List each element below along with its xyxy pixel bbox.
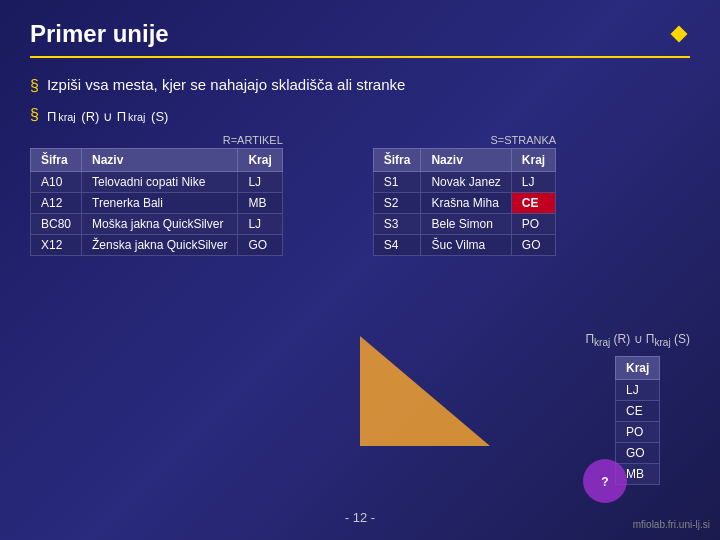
- table-row: S2 Krašna Miha CE: [373, 193, 555, 214]
- bullet-text-1: Izpiši vsa mesta, kjer se nahajajo sklad…: [47, 76, 406, 93]
- r-table: Šifra Naziv Kraj A10 Telovadni copati Ni…: [30, 148, 283, 256]
- bullet-item-1: § Izpiši vsa mesta, kjer se nahajajo skl…: [30, 76, 690, 95]
- table-row: BC80 Moška jakna QuickSilver LJ: [31, 214, 283, 235]
- diamond-icon: [671, 26, 688, 43]
- s-row4-kraj: GO: [511, 235, 555, 256]
- s-row1-kraj: LJ: [511, 172, 555, 193]
- result-sub-1: kraj: [594, 337, 610, 348]
- slide: Primer unije § Izpiši vsa mesta, kjer se…: [0, 0, 720, 540]
- s-row3-naziv: Bele Simon: [421, 214, 511, 235]
- r-row1-naziv: Telovadni copati Nike: [82, 172, 238, 193]
- table-row: CE: [616, 401, 660, 422]
- svg-marker-0: [360, 336, 490, 446]
- r-row4-naziv: Ženska jakna QuickSilver: [82, 235, 238, 256]
- r-header-naziv: Naziv: [82, 149, 238, 172]
- logo-circle-svg: ?: [580, 456, 630, 506]
- table-row: A10 Telovadni copati Nike LJ: [31, 172, 283, 193]
- s-row3-kraj: PO: [511, 214, 555, 235]
- s-row1-naziv: Novak Janez: [421, 172, 511, 193]
- page-number: - 12 -: [345, 510, 375, 525]
- r-row2-sifra: A12: [31, 193, 82, 214]
- r-row3-naziv: Moška jakna QuickSilver: [82, 214, 238, 235]
- table-row: X12 Ženska jakna QuickSilver GO: [31, 235, 283, 256]
- r-row2-kraj: MB: [238, 193, 282, 214]
- table-row: S4 Šuc Vilma GO: [373, 235, 555, 256]
- r-row1-kraj: LJ: [238, 172, 282, 193]
- slide-title: Primer unije: [30, 20, 169, 48]
- table-row: PO: [616, 422, 660, 443]
- result-row1: LJ: [616, 380, 660, 401]
- logo-decoration: ?: [580, 456, 630, 510]
- result-sub-2: kraj: [655, 337, 671, 348]
- bullet-marker-1: §: [30, 77, 39, 95]
- title-bar: Primer unije: [30, 20, 690, 58]
- bullet-formula: Πkraj (R) ∪ Πkraj (S): [47, 109, 169, 124]
- bullet-item-2: § Πkraj (R) ∪ Πkraj (S): [30, 105, 690, 124]
- s-row4-sifra: S4: [373, 235, 421, 256]
- s-label: S=STRANKA: [373, 134, 556, 146]
- r-header-sifra: Šifra: [31, 149, 82, 172]
- main-content: R=ARTIKEL Šifra Naziv Kraj A10 Telovadni…: [30, 134, 690, 256]
- r-row1-sifra: A10: [31, 172, 82, 193]
- table-row: A12 Trenerka Bali MB: [31, 193, 283, 214]
- s-row2-kraj: CE: [511, 193, 555, 214]
- s-row4-naziv: Šuc Vilma: [421, 235, 511, 256]
- s-table: Šifra Naziv Kraj S1 Novak Janez LJ S2 Kr…: [373, 148, 556, 256]
- bullet-marker-2: §: [30, 106, 39, 124]
- table-row: LJ: [616, 380, 660, 401]
- s-row2-sifra: S2: [373, 193, 421, 214]
- s-row2-naziv: Krašna Miha: [421, 193, 511, 214]
- r-row3-sifra: BC80: [31, 214, 82, 235]
- table-row: S3 Bele Simon PO: [373, 214, 555, 235]
- result-row3: PO: [616, 422, 660, 443]
- s-row3-sifra: S3: [373, 214, 421, 235]
- sub-kraj-2: kraj: [128, 111, 145, 123]
- r-row4-kraj: GO: [238, 235, 282, 256]
- r-row2-naziv: Trenerka Bali: [82, 193, 238, 214]
- triangle-svg: [360, 336, 490, 446]
- triangle-decoration: [360, 336, 490, 450]
- logo-area: mfiolab.fri.uni-lj.si: [633, 519, 710, 530]
- r-table-wrapper: R=ARTIKEL Šifra Naziv Kraj A10 Telovadni…: [30, 134, 283, 256]
- r-row3-kraj: LJ: [238, 214, 282, 235]
- r-header-kraj: Kraj: [238, 149, 282, 172]
- result-header-kraj: Kraj: [616, 357, 660, 380]
- svg-text:?: ?: [601, 475, 608, 489]
- s-header-naziv: Naziv: [421, 149, 511, 172]
- s-header-kraj: Kraj: [511, 149, 555, 172]
- r-row4-sifra: X12: [31, 235, 82, 256]
- s-table-wrapper: S=STRANKA Šifra Naziv Kraj S1 Novak Jane…: [373, 134, 556, 256]
- table-row: S1 Novak Janez LJ: [373, 172, 555, 193]
- sub-kraj-1: kraj: [58, 111, 75, 123]
- result-label: Πkraj (R) ∪ Πkraj (S): [585, 332, 690, 348]
- s-header-sifra: Šifra: [373, 149, 421, 172]
- result-row2: CE: [616, 401, 660, 422]
- r-label: R=ARTIKEL: [30, 134, 283, 146]
- s-row1-sifra: S1: [373, 172, 421, 193]
